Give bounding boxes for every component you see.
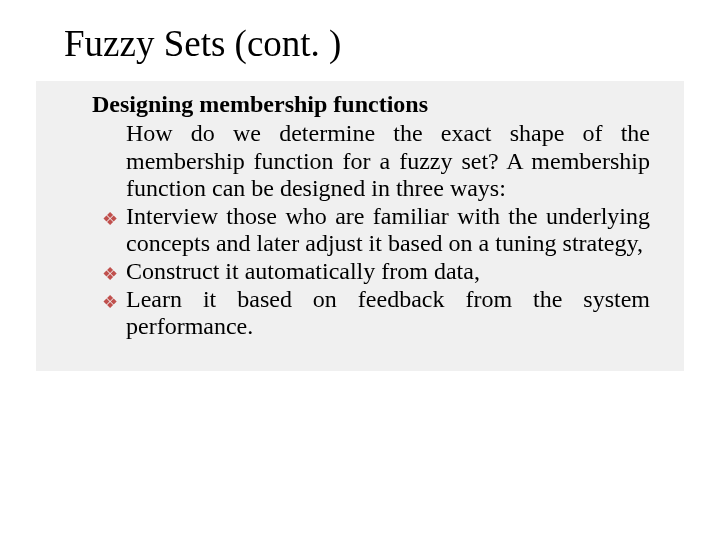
slide-container: Fuzzy Sets (cont. ) Designing membership… [0, 0, 720, 540]
bullet-text: Learn it based on feedback from the syst… [126, 286, 650, 341]
slide-title: Fuzzy Sets (cont. ) [64, 22, 672, 65]
subheading: Designing membership functions [92, 91, 658, 118]
bullet-item: ❖ Construct it automatically from data, [102, 258, 650, 286]
diamond-bullet-icon: ❖ [102, 286, 126, 313]
bullet-item: ❖ Learn it based on feedback from the sy… [102, 286, 650, 341]
diamond-bullet-icon: ❖ [102, 258, 126, 285]
bullet-text: Interview those who are familiar with th… [126, 203, 650, 258]
title-area: Fuzzy Sets (cont. ) [0, 22, 720, 81]
diamond-bullet-icon: ❖ [102, 203, 126, 230]
bullet-text: Construct it automatically from data, [126, 258, 650, 286]
intro-text: How do we determine the exact shape of t… [126, 120, 650, 203]
content-box: Designing membership functions How do we… [36, 81, 684, 371]
bullet-item: ❖ Interview those who are familiar with … [102, 203, 650, 258]
